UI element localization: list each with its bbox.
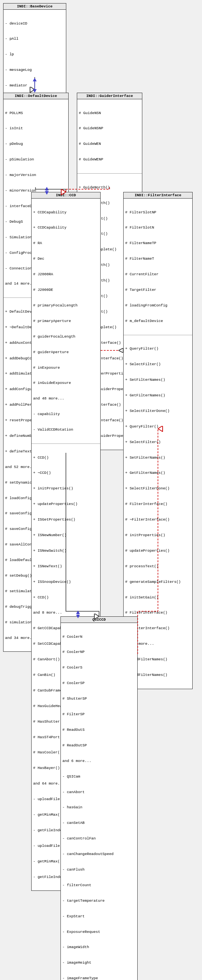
diagram-container: INDI::BaseDevice - deviceID - pAll - lp … <box>0 0 202 980</box>
filter-interface-title: INDI::FilterInterface <box>124 192 192 199</box>
guider-interface-title: INDI::GuiderInterface <box>77 93 142 99</box>
qsiccd-box: QSICCD # CoolerN # CoolerNP # CoolerS # … <box>60 616 138 980</box>
base-device-title: INDI::BaseDevice <box>4 4 66 10</box>
filter-interface-box: INDI::FilterInterface # FilterSlotNP # F… <box>123 192 193 689</box>
ccd-title: INDI::CCD <box>32 192 100 199</box>
qsiccd-fields: # CoolerN # CoolerNP # CoolerS # CoolerS… <box>61 623 137 980</box>
filter-interface-fields: # FilterSlotNP # FilterSlotN # FilterNam… <box>124 199 192 335</box>
guider-interface-fields: # GuideNSN # GuideNSNP # GuideWEN # Guid… <box>77 99 142 174</box>
default-device-title: INDI::DefaultDevice <box>4 93 68 99</box>
ccd-fields: + CCDCapability + CCDCapability # RA # D… <box>32 199 100 444</box>
qsiccd-title: QSICCD <box>61 617 137 623</box>
base-device-fields: - deviceID - pAll - lp - messageLog - me… <box>4 10 66 100</box>
